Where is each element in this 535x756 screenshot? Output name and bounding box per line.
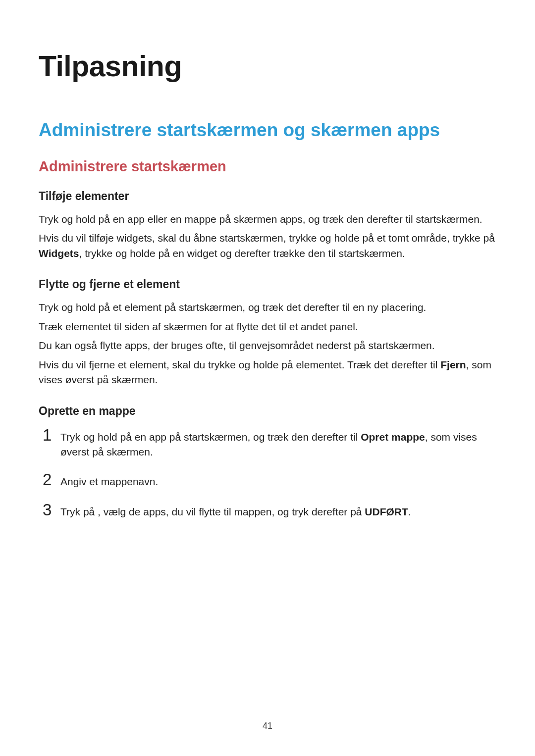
list-item: 1 Tryk og hold på en app på startskærmen…	[43, 427, 496, 460]
step-number: 3	[43, 502, 60, 518]
section-heading-blue: Administrere startskærmen og skærmen app…	[39, 120, 496, 141]
page-title: Tilpasning	[39, 50, 496, 83]
step-text: Tryk på , vælg de apps, du vil flytte ti…	[60, 504, 411, 519]
text-bold: UDFØRT	[365, 506, 408, 517]
ordered-steps: 1 Tryk og hold på en app på startskærmen…	[39, 427, 496, 520]
text-bold: Widgets	[39, 248, 79, 259]
step-number: 1	[43, 427, 60, 443]
page-number: 41	[0, 721, 535, 731]
step-number: 2	[43, 471, 60, 488]
paragraph: Du kan også flytte apps, der bruges ofte…	[39, 338, 496, 353]
subheading-create-folder: Oprette en mappe	[39, 404, 496, 418]
subheading-add-elements: Tilføje elementer	[39, 190, 496, 203]
section-heading-red: Administrere startskærmen	[39, 158, 496, 175]
text-run: Tryk på , vælg de apps, du vil flytte ti…	[60, 506, 365, 517]
list-item: 3 Tryk på , vælg de apps, du vil flytte …	[43, 502, 496, 519]
step-text: Angiv et mappenavn.	[60, 474, 158, 489]
text-bold: Fjern	[440, 359, 466, 370]
step-text: Tryk og hold på en app på startskærmen, …	[60, 430, 496, 460]
text-bold: Opret mappe	[361, 431, 425, 443]
paragraph: Hvis du vil fjerne et element, skal du t…	[39, 357, 496, 388]
paragraph: Tryk og hold på et element på startskærm…	[39, 300, 496, 315]
text-run: .	[408, 506, 411, 517]
subheading-move-remove: Flytte og fjerne et element	[39, 278, 496, 291]
text-run: Hvis du vil tilføje widgets, skal du åbn…	[39, 232, 495, 244]
paragraph: Træk elementet til siden af skærmen for …	[39, 319, 496, 334]
text-run: , trykke og holde på en widget og dereft…	[79, 248, 405, 259]
paragraph: Hvis du vil tilføje widgets, skal du åbn…	[39, 231, 496, 261]
text-run: Angiv et mappenavn.	[60, 476, 158, 487]
paragraph: Tryk og hold på en app eller en mappe på…	[39, 212, 496, 227]
list-item: 2 Angiv et mappenavn.	[43, 471, 496, 489]
document-page: Tilpasning Administrere startskærmen og …	[0, 0, 535, 756]
text-run: Tryk og hold på en app på startskærmen, …	[60, 431, 361, 443]
text-run: Hvis du vil fjerne et element, skal du t…	[39, 359, 440, 370]
